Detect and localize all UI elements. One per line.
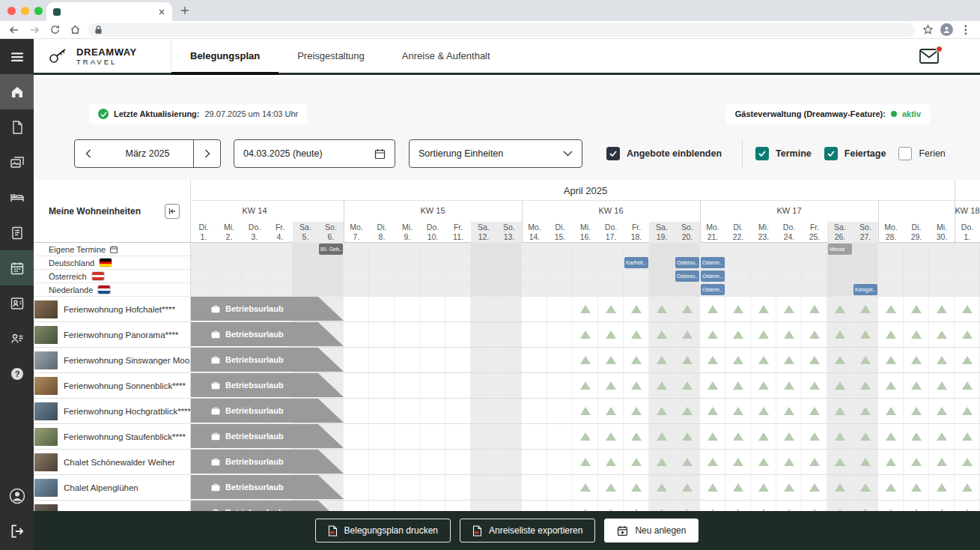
grid-cell[interactable] xyxy=(725,283,751,296)
next-month-button[interactable] xyxy=(193,140,220,167)
grid-cell[interactable] xyxy=(649,256,675,269)
grid-cell[interactable] xyxy=(395,322,420,347)
unit-label-ferienwohnung-staufenblick[interactable]: Ferienwohnung Staufenblick**** xyxy=(34,424,191,450)
offer-triangle-icon[interactable] xyxy=(886,432,896,441)
sidebar-item-document[interactable] xyxy=(0,109,34,145)
offer-triangle-icon[interactable] xyxy=(784,305,794,313)
grid-cell[interactable] xyxy=(369,399,395,423)
grid-cell[interactable] xyxy=(522,297,547,321)
offer-triangle-icon[interactable] xyxy=(631,407,642,415)
offer-triangle-icon[interactable] xyxy=(937,432,947,441)
offer-triangle-icon[interactable] xyxy=(657,458,667,466)
offer-triangle-icon[interactable] xyxy=(657,305,667,313)
offer-triangle-icon[interactable] xyxy=(580,305,591,313)
grid-cell[interactable] xyxy=(496,475,522,500)
grid-cell[interactable] xyxy=(471,283,496,296)
offer-triangle-icon[interactable] xyxy=(937,483,947,492)
grid-cell[interactable] xyxy=(395,373,420,398)
event-chip[interactable]: Osterm.. xyxy=(701,257,725,268)
grid-cell[interactable] xyxy=(420,475,445,500)
event-chip[interactable]: Königst.. xyxy=(853,284,877,295)
grid-cell[interactable] xyxy=(496,424,522,449)
grid-cell[interactable] xyxy=(827,256,853,269)
unit-label-ferienwohnung-hofchalet[interactable]: Ferienwohnung Hofchalet**** xyxy=(34,297,191,322)
offer-triangle-icon[interactable] xyxy=(784,432,794,441)
offer-triangle-icon[interactable] xyxy=(606,381,616,390)
unit-label-ferienwohnung-panorama[interactable]: Ferienwohnung Panorama**** xyxy=(34,322,191,348)
grid-cell[interactable] xyxy=(369,243,395,256)
offer-triangle-icon[interactable] xyxy=(962,381,973,390)
offer-triangle-icon[interactable] xyxy=(860,356,871,364)
grid-cell[interactable] xyxy=(445,283,471,296)
window-zoom-button[interactable] xyxy=(34,7,43,15)
grid-cell[interactable] xyxy=(191,283,216,296)
offer-triangle-icon[interactable] xyxy=(758,432,769,441)
offer-triangle-icon[interactable] xyxy=(682,407,693,415)
grid-cell[interactable] xyxy=(471,424,496,449)
offer-triangle-icon[interactable] xyxy=(860,458,871,466)
grid-cell[interactable] xyxy=(496,283,522,296)
sidebar-item-calendar[interactable] xyxy=(0,250,34,285)
grid-cell[interactable] xyxy=(547,270,573,282)
sidebar-item-bed[interactable] xyxy=(0,180,34,215)
neu-anlegen-button[interactable]: Neu anlegen xyxy=(604,519,699,543)
offer-triangle-icon[interactable] xyxy=(809,381,820,390)
grid-cell[interactable] xyxy=(776,256,802,269)
grid-cell[interactable] xyxy=(776,243,802,256)
grid-cell[interactable] xyxy=(318,283,344,296)
offer-triangle-icon[interactable] xyxy=(886,407,896,415)
offer-triangle-icon[interactable] xyxy=(733,432,743,441)
grid-cell[interactable] xyxy=(751,256,776,269)
offer-triangle-icon[interactable] xyxy=(580,483,591,492)
grid-cell[interactable] xyxy=(420,348,445,372)
grid-cell[interactable] xyxy=(522,450,547,474)
offer-triangle-icon[interactable] xyxy=(886,330,896,339)
grid-cell[interactable] xyxy=(445,399,471,423)
grid-cell[interactable] xyxy=(471,373,496,398)
grid-cell[interactable] xyxy=(751,270,776,282)
offer-triangle-icon[interactable] xyxy=(733,483,743,492)
grid-cell[interactable] xyxy=(522,243,547,256)
offer-triangle-icon[interactable] xyxy=(580,432,591,441)
offer-triangle-icon[interactable] xyxy=(911,356,922,364)
grid-cell[interactable] xyxy=(369,348,395,372)
grid-cell[interactable] xyxy=(445,297,471,321)
offer-triangle-icon[interactable] xyxy=(758,458,769,466)
unit-label-chalet-alpenglühen[interactable]: Chalet Alpenglühen xyxy=(34,475,191,501)
offer-triangle-icon[interactable] xyxy=(631,458,642,466)
grid-cell[interactable] xyxy=(395,501,420,511)
grid-cell[interactable] xyxy=(725,243,751,256)
window-close-button[interactable] xyxy=(7,7,16,15)
unit-label-ferienwohnung-sonnenblick[interactable]: Ferienwohnung Sonnenblick**** xyxy=(34,373,191,399)
offer-triangle-icon[interactable] xyxy=(606,407,616,415)
grid-cell[interactable] xyxy=(471,399,496,423)
offer-triangle-icon[interactable] xyxy=(657,381,667,390)
offer-triangle-icon[interactable] xyxy=(784,458,794,466)
grid-cell[interactable] xyxy=(293,256,318,269)
grid-cell[interactable] xyxy=(445,270,471,282)
grid-cell[interactable] xyxy=(955,256,980,269)
event-chip[interactable]: Karfreit.. xyxy=(624,257,648,268)
offer-triangle-icon[interactable] xyxy=(911,407,922,415)
offer-triangle-icon[interactable] xyxy=(758,305,769,313)
offer-triangle-icon[interactable] xyxy=(758,407,769,415)
offer-triangle-icon[interactable] xyxy=(580,381,591,390)
grid-cell[interactable] xyxy=(522,501,547,511)
grid-cell[interactable] xyxy=(369,256,395,269)
offer-triangle-icon[interactable] xyxy=(809,356,820,364)
grid-cell[interactable] xyxy=(445,256,471,269)
grid-cell[interactable] xyxy=(344,270,369,282)
offer-triangle-icon[interactable] xyxy=(937,305,947,313)
unit-label-chalet-schönewalder-weiher[interactable]: Chalet Schönewalder Weiher xyxy=(34,450,191,475)
offer-triangle-icon[interactable] xyxy=(707,432,718,441)
grid-cell[interactable] xyxy=(573,283,598,296)
grid-cell[interactable] xyxy=(369,424,395,449)
grid-cell[interactable] xyxy=(242,270,267,282)
offer-triangle-icon[interactable] xyxy=(835,458,845,466)
grid-cell[interactable] xyxy=(395,297,420,321)
grid-cell[interactable] xyxy=(496,270,522,282)
offer-triangle-icon[interactable] xyxy=(937,407,947,415)
booking-bar[interactable]: Betriebsurlaub xyxy=(191,475,344,499)
grid-cell[interactable] xyxy=(395,348,420,372)
grid-cell[interactable] xyxy=(955,270,980,282)
